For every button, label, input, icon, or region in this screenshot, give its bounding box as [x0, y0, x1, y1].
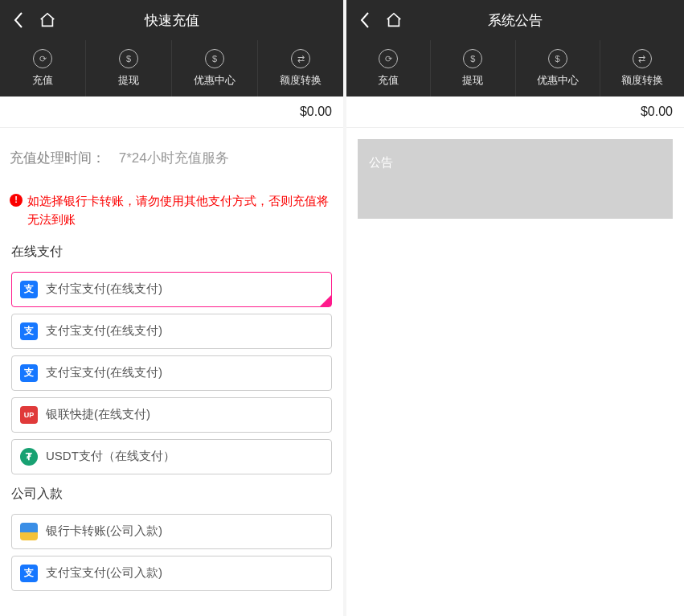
unionpay-icon: UP: [20, 406, 38, 424]
tab-label: 充值: [378, 73, 399, 88]
tab-label: 提现: [462, 73, 483, 88]
tab-label: 充值: [32, 73, 53, 88]
process-time-value: 7*24小时充值服务: [119, 150, 229, 166]
promo-icon: $: [205, 49, 224, 68]
balance-display: $0.00: [346, 97, 684, 128]
tab-transfer[interactable]: ⇄ 额度转换: [258, 40, 343, 97]
pay-option-alipay[interactable]: 支 支付宝支付(公司入款): [11, 556, 332, 591]
balance-display: $0.00: [0, 97, 343, 128]
tabbar: ⟳ 充值 $ 提现 $ 优惠中心 ⇄ 额度转换: [346, 40, 684, 97]
pay-option-label: 支付宝支付(在线支付): [46, 365, 162, 380]
recharge-icon: ⟳: [33, 49, 52, 68]
process-time-row: 充值处理时间： 7*24小时充值服务: [0, 128, 343, 182]
home-icon[interactable]: [39, 11, 56, 29]
recharge-panel: 快速充值 ⟳ 充值 $ 提现 $ 优惠中心 ⇄ 额度转换 $0.00 充值处理时…: [0, 0, 343, 616]
tab-label: 提现: [118, 73, 139, 88]
pay-option-label: 支付宝支付(公司入款): [46, 565, 162, 581]
tab-label: 优惠中心: [537, 73, 579, 88]
tab-promo[interactable]: $ 优惠中心: [172, 40, 258, 97]
process-time-label: 充值处理时间：: [10, 150, 105, 166]
alipay-icon: 支: [20, 565, 38, 582]
withdraw-icon: $: [463, 49, 482, 68]
usdt-icon: ₮: [20, 448, 38, 466]
header-bar: 系统公告: [346, 0, 684, 40]
tab-label: 额度转换: [280, 73, 322, 88]
withdraw-icon: $: [119, 49, 138, 68]
back-icon[interactable]: [359, 11, 371, 29]
pay-option-alipay[interactable]: 支 支付宝支付(在线支付): [11, 272, 332, 307]
pay-option-label: 支付宝支付(在线支付): [46, 323, 162, 339]
pay-option-label: 支付宝支付(在线支付): [46, 281, 162, 297]
warning-row: ! 如选择银行卡转账，请勿使用其他支付方式，否则充值将无法到账: [0, 182, 343, 232]
pay-option-usdt[interactable]: ₮ USDT支付（在线支付）: [11, 439, 332, 474]
transfer-icon: ⇄: [633, 49, 652, 68]
alipay-icon: 支: [20, 281, 38, 298]
tab-promo[interactable]: $ 优惠中心: [516, 40, 600, 97]
tab-recharge[interactable]: ⟳ 充值: [0, 40, 86, 97]
section-online-title: 在线支付: [0, 232, 343, 265]
pay-option-bank[interactable]: 银行卡转账(公司入款): [11, 514, 332, 549]
pay-option-alipay[interactable]: 支 支付宝支付(在线支付): [11, 314, 332, 349]
tab-withdraw[interactable]: $ 提现: [86, 40, 172, 97]
pay-option-unionpay[interactable]: UP 银联快捷(在线支付): [11, 397, 332, 433]
tab-label: 优惠中心: [194, 73, 236, 88]
recharge-content: 充值处理时间： 7*24小时充值服务 ! 如选择银行卡转账，请勿使用其他支付方式…: [0, 128, 343, 616]
back-icon[interactable]: [13, 11, 24, 29]
pay-option-label: 银行卡转账(公司入款): [46, 524, 162, 539]
announcement-box[interactable]: 公告: [358, 139, 673, 219]
bankcard-icon: [20, 523, 38, 540]
recharge-icon: ⟳: [379, 49, 398, 68]
header-bar: 快速充值: [0, 0, 343, 40]
tabbar: ⟳ 充值 $ 提现 $ 优惠中心 ⇄ 额度转换: [0, 40, 343, 97]
tab-withdraw[interactable]: $ 提现: [431, 40, 515, 97]
announcement-content: 公告: [346, 128, 684, 616]
pay-option-label: USDT支付（在线支付）: [46, 449, 175, 464]
home-icon[interactable]: [385, 11, 403, 29]
pay-option-alipay[interactable]: 支 支付宝支付(在线支付): [11, 355, 332, 391]
transfer-icon: ⇄: [291, 49, 310, 68]
warning-icon: !: [10, 194, 23, 207]
tab-transfer[interactable]: ⇄ 额度转换: [600, 40, 684, 97]
tab-recharge[interactable]: ⟳ 充值: [346, 40, 431, 97]
announcement-label: 公告: [369, 155, 393, 169]
section-company-title: 公司入款: [0, 474, 343, 507]
promo-icon: $: [548, 49, 567, 68]
pay-option-label: 银联快捷(在线支付): [46, 407, 150, 422]
announcement-panel: 系统公告 ⟳ 充值 $ 提现 $ 优惠中心 ⇄ 额度转换 $0.00 公告: [346, 0, 684, 616]
warning-text: 如选择银行卡转账，请勿使用其他支付方式，否则充值将无法到账: [27, 191, 334, 229]
alipay-icon: 支: [20, 364, 38, 382]
alipay-icon: 支: [20, 322, 38, 340]
tab-label: 额度转换: [621, 73, 663, 88]
